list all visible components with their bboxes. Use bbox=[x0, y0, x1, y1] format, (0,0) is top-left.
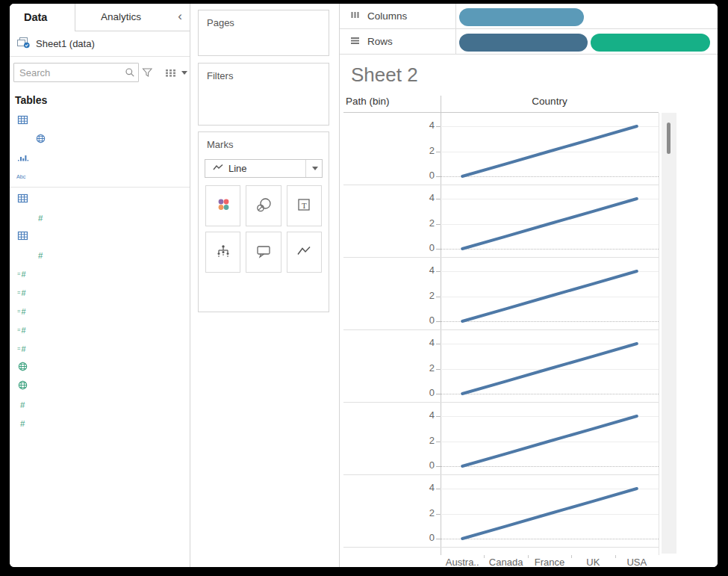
plot-area bbox=[441, 330, 659, 403]
svg-text:#: # bbox=[21, 344, 26, 353]
svg-text:Abc: Abc bbox=[16, 173, 26, 179]
tab-analytics[interactable]: Analytics bbox=[75, 4, 167, 31]
svg-text:#: # bbox=[21, 269, 26, 278]
hash-icon: # bbox=[16, 399, 29, 409]
pages-shelf[interactable]: Pages bbox=[198, 10, 329, 56]
y-tick-label: 4 bbox=[418, 409, 435, 421]
pill-country[interactable] bbox=[459, 8, 584, 26]
field-sheet11[interactable] bbox=[10, 226, 190, 245]
field-value[interactable]: # bbox=[10, 208, 190, 226]
tables-heading: Tables bbox=[15, 94, 190, 106]
line-mark[interactable] bbox=[441, 403, 659, 475]
search-icon bbox=[125, 67, 135, 81]
search-input[interactable] bbox=[13, 63, 139, 82]
x-tick-mark bbox=[571, 555, 572, 558]
x-category-label[interactable]: Austra.. bbox=[446, 557, 479, 567]
field-index[interactable]: =# bbox=[10, 264, 190, 282]
x-tick-mark bbox=[615, 555, 616, 558]
x-tick-mark bbox=[528, 555, 529, 558]
y-tick-label: 2 bbox=[418, 290, 435, 301]
line-mark-icon bbox=[212, 163, 224, 174]
pages-title: Pages bbox=[199, 10, 329, 28]
svg-text:#: # bbox=[20, 400, 25, 409]
svg-text:#: # bbox=[38, 250, 43, 259]
field-path-bin-[interactable] bbox=[10, 148, 190, 167]
label-button[interactable]: T bbox=[287, 185, 322, 226]
x-category-label[interactable]: UK bbox=[586, 557, 600, 567]
col-field-header[interactable]: Country bbox=[441, 96, 659, 107]
field-tc-size-container-[interactable]: =# bbox=[10, 282, 190, 301]
field-tc-thermometer-value[interactable]: =# bbox=[10, 320, 190, 338]
y-tick-label: 4 bbox=[418, 554, 435, 555]
color-button[interactable] bbox=[205, 185, 240, 226]
line-mark[interactable] bbox=[441, 113, 659, 185]
detail-button[interactable] bbox=[205, 232, 240, 273]
vertical-scrollbar[interactable] bbox=[662, 113, 676, 554]
line-mark[interactable] bbox=[441, 475, 659, 548]
pill-path-bin-[interactable] bbox=[459, 34, 588, 52]
y-tick-label: 0 bbox=[418, 170, 435, 181]
view-options-icon[interactable] bbox=[162, 68, 179, 78]
line-mark[interactable] bbox=[441, 185, 659, 258]
x-category-label[interactable]: Canada bbox=[489, 557, 523, 567]
hash-icon: # bbox=[16, 418, 29, 428]
tab-data[interactable]: Data bbox=[10, 4, 75, 31]
tooltip-button[interactable] bbox=[246, 232, 281, 273]
vertical-scrollbar-thumb[interactable] bbox=[667, 123, 671, 154]
field-sheet1[interactable] bbox=[10, 189, 190, 208]
rows-shelf[interactable]: Rows bbox=[340, 29, 718, 55]
y-tick-label: 2 bbox=[418, 145, 435, 156]
pane-row-5: 4 2 0 bbox=[343, 403, 659, 475]
data-pane: Data Analytics ‹ Sheet1 (data) Tables Ab… bbox=[10, 4, 190, 567]
x-category-label[interactable]: France bbox=[535, 557, 564, 567]
field-tc-value[interactable]: =# bbox=[10, 338, 190, 357]
pane-row-3: 4 2 0 bbox=[343, 258, 659, 330]
line-mark[interactable] bbox=[441, 258, 659, 330]
field-sheet1[interactable] bbox=[10, 111, 190, 129]
y-tick-label: 4 bbox=[418, 337, 435, 348]
field-sheet1-count-[interactable]: # bbox=[10, 394, 190, 413]
search-row bbox=[10, 57, 190, 85]
y-tick-label: 4 bbox=[418, 264, 435, 276]
row-field-header[interactable]: Path (bin) bbox=[346, 96, 390, 107]
color-icon bbox=[214, 196, 232, 215]
field-measure-names[interactable]: Abc bbox=[10, 167, 190, 185]
chevron-down-icon bbox=[312, 167, 318, 170]
field-longitude-generated-[interactable] bbox=[10, 376, 190, 394]
line-mark[interactable] bbox=[441, 330, 659, 403]
field-measure-values[interactable]: # bbox=[10, 413, 190, 432]
mark-type-dropdown[interactable]: Line bbox=[205, 159, 323, 178]
size-button[interactable] bbox=[246, 185, 281, 226]
svg-text:#: # bbox=[21, 288, 26, 297]
tooltip-icon bbox=[255, 242, 273, 261]
collapse-pane-icon[interactable]: ‹ bbox=[178, 4, 182, 31]
field-latitude-generated-[interactable] bbox=[10, 357, 190, 376]
mark-type-label: Line bbox=[228, 163, 247, 174]
y-tick-label: 2 bbox=[418, 362, 435, 374]
pane-row-2: 4 2 0 bbox=[343, 185, 659, 258]
y-tick-label: 2 bbox=[418, 435, 435, 446]
line-mark[interactable] bbox=[441, 548, 659, 555]
x-category-label[interactable]: USA bbox=[626, 557, 647, 567]
pill-index[interactable] bbox=[591, 34, 710, 52]
svg-text:=: = bbox=[17, 307, 21, 314]
plot-area bbox=[441, 185, 659, 258]
columns-shelf[interactable]: Columns bbox=[340, 4, 718, 29]
filter-fields-icon[interactable] bbox=[139, 67, 156, 78]
columns-icon bbox=[349, 10, 361, 22]
field-country[interactable] bbox=[10, 129, 190, 148]
path-button[interactable] bbox=[287, 232, 322, 273]
field-path[interactable]: # bbox=[10, 245, 190, 264]
datasource-icon bbox=[16, 37, 31, 51]
label-icon: T bbox=[295, 196, 313, 215]
size-icon bbox=[255, 196, 273, 215]
chevron-down-icon[interactable] bbox=[181, 71, 187, 75]
globe-icon bbox=[16, 361, 29, 372]
y-tick-label: 0 bbox=[418, 242, 435, 253]
y-tick-label: 4 bbox=[418, 192, 435, 203]
field-tc-size-thermometer-[interactable]: =# bbox=[10, 301, 190, 320]
datasource-label: Sheet1 (data) bbox=[36, 38, 95, 49]
filters-shelf[interactable]: Filters bbox=[198, 63, 329, 126]
globe-icon bbox=[34, 133, 47, 144]
datasource-row[interactable]: Sheet1 (data) bbox=[10, 31, 190, 57]
